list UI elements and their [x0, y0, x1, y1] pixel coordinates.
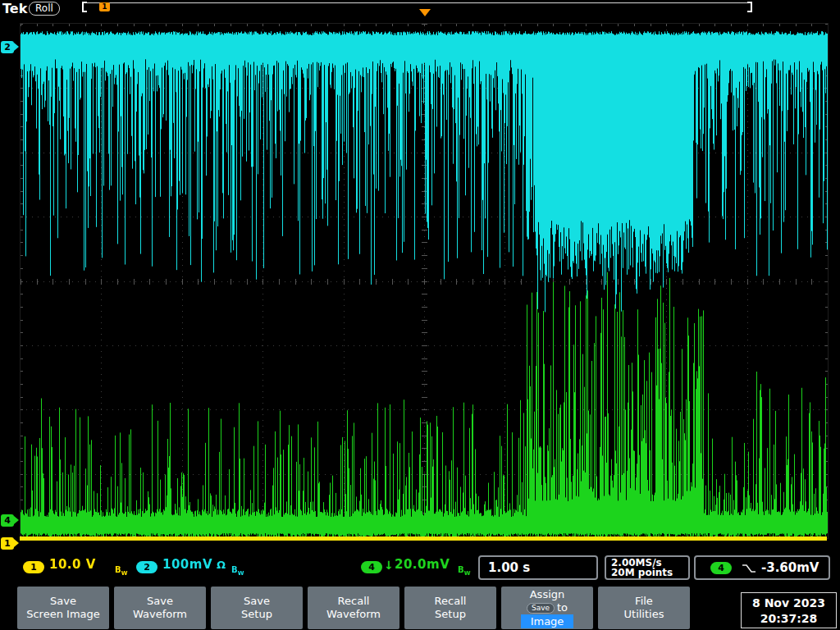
trigger-level-value: -3.60mV: [761, 557, 819, 578]
tek-logo: Tek: [2, 1, 27, 16]
channel-2-marker[interactable]: 2: [1, 41, 14, 53]
ch2-badge[interactable]: 2: [136, 561, 158, 573]
ch2-coupling-icon: Ω: [217, 559, 226, 571]
recall-waveform-button[interactable]: RecallWaveform: [308, 587, 399, 629]
ch4-badge[interactable]: 4: [361, 561, 382, 573]
recall-setup-button[interactable]: RecallSetup: [404, 587, 496, 629]
assign-save-to-image-button[interactable]: Assign Saveto Image: [501, 587, 593, 629]
ch4-bandwidth-limit-icon: BW: [458, 560, 470, 577]
channel-1-marker[interactable]: 1: [1, 537, 14, 550]
ch2-bandwidth-limit-icon: BW: [231, 560, 244, 577]
timebase-value: 1.00 s: [488, 557, 530, 578]
ch4-scale: 20.0mV: [395, 557, 450, 572]
save-key-icon: Save: [527, 603, 555, 614]
trigger-source-badge: 4: [710, 562, 732, 574]
ch1-bandwidth-limit-icon: BW: [115, 560, 127, 577]
graticule-display: [20, 23, 829, 539]
assign-target-highlight: Image: [521, 614, 574, 628]
file-utilities-button[interactable]: FileUtilities: [598, 587, 690, 629]
save-setup-button[interactable]: SaveSetup: [211, 587, 303, 629]
acquisition-mode-badge: Roll: [29, 2, 60, 16]
timebase-readout[interactable]: 1.00 s: [478, 555, 598, 580]
date-text: 8 Nov 2023: [742, 596, 836, 611]
record-view-right-bracket: [747, 2, 752, 12]
channel-4-marker[interactable]: 4: [1, 514, 14, 527]
save-waveform-button[interactable]: SaveWaveform: [114, 587, 206, 629]
record-length: 20M points: [611, 568, 673, 578]
ch1-scale: 10.0 V: [49, 557, 96, 572]
trigger-readout[interactable]: 4 -3.60mV: [694, 555, 830, 580]
datetime-display: 8 Nov 2023 20:37:28: [741, 592, 837, 628]
ch1-trace: [20, 536, 827, 541]
record-view-line: [86, 2, 748, 3]
time-text: 20:37:28: [742, 611, 836, 627]
falling-edge-icon: [742, 563, 756, 574]
ch2-scale: 100mV: [162, 557, 212, 572]
save-screen-image-button[interactable]: SaveScreen Image: [17, 587, 109, 629]
acquisition-readout: 2.00MS/s 20M points: [605, 555, 690, 580]
record-view-bar: 1: [82, 2, 752, 12]
oscilloscope-screen: Tek Roll 1 2 4 1 1 10.0 V BW 2 100mV Ω B…: [0, 0, 840, 630]
trigger-position-marker[interactable]: [419, 9, 431, 16]
ch1-badge[interactable]: 1: [23, 561, 44, 573]
ch4-offset-arrow-icon: ↓: [384, 559, 394, 572]
trigger-source-flag: 1: [99, 2, 110, 11]
